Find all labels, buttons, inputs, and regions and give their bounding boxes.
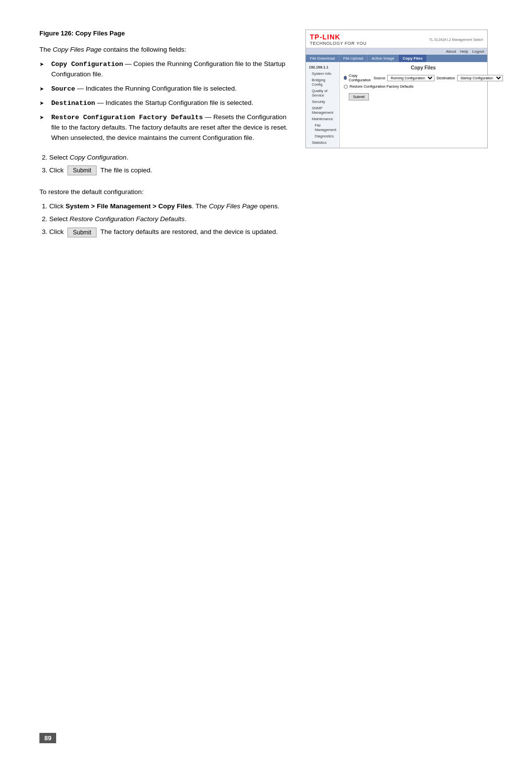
- copy-step-3: Click Submit The file is copied.: [49, 165, 291, 175]
- bullet-copy-config: Copy Configuration — Copies the Running …: [39, 59, 291, 80]
- tplink-topbar-links: About Help Logout: [446, 49, 484, 54]
- tplink-copy-config-label: Copy Configuration: [349, 73, 371, 82]
- copy-steps-list: Select Copy Configuration. Click Submit …: [49, 153, 291, 176]
- submit-button-copy[interactable]: Submit: [67, 165, 97, 175]
- bullet-list: Copy Configuration — Copies the Running …: [39, 59, 291, 143]
- intro-text: The Copy Files Page contains the followi…: [39, 46, 291, 53]
- submit-button-restore[interactable]: Submit: [67, 228, 97, 237]
- content-area: Figure 126: Copy Files Page The Copy Fil…: [39, 30, 493, 243]
- tplink-restore-label: Restore Configuration Factory Defaults: [350, 84, 414, 89]
- numbered-section-copy: Select Copy Configuration. Click Submit …: [39, 153, 291, 176]
- sidebar-item-maintenance[interactable]: Maintenance: [306, 116, 339, 122]
- tplink-screenshot: TP-LINKTECHNOLOGY FOR YOU TL-SL3428 L2 M…: [305, 30, 488, 148]
- tplink-tagline: TECHNOLOGY FOR YOU: [310, 41, 366, 46]
- bullet-source: Source — Indicates the Running Configura…: [39, 84, 291, 94]
- sidebar-item-system-info[interactable]: System Info: [306, 70, 339, 77]
- page-container: Figure 126: Copy Files Page The Copy Fil…: [0, 0, 532, 758]
- sidebar-item-statistics[interactable]: Statistics: [306, 139, 339, 146]
- tplink-source-select[interactable]: Running Configuration: [387, 75, 434, 81]
- tplink-submit-btn[interactable]: Submit: [349, 93, 369, 100]
- restore-steps-list: Click System > File Management > Copy Fi…: [49, 201, 291, 237]
- tplink-nav-file-download[interactable]: File Download: [306, 55, 339, 62]
- bullet-label-3: Destination: [51, 99, 95, 107]
- restore-step-3: Click Submit The factory defaults are re…: [49, 227, 291, 237]
- tplink-section-title: Copy Files: [344, 65, 503, 70]
- text-content: Figure 126: Copy Files Page The Copy Fil…: [39, 30, 291, 243]
- tplink-submit-area: Submit: [344, 91, 503, 100]
- restore-intro: To restore the default configuration:: [39, 187, 291, 197]
- tplink-restore-row: Restore Configuration Factory Defaults: [344, 84, 503, 89]
- tplink-nav-file-upload[interactable]: File Upload: [339, 55, 367, 62]
- tplink-logo: TP-LINKTECHNOLOGY FOR YOU: [310, 33, 366, 46]
- tplink-logo-area: TP-LINKTECHNOLOGY FOR YOU: [310, 33, 366, 46]
- numbered-section-restore: To restore the default configuration: Cl…: [39, 187, 291, 237]
- tplink-about-link[interactable]: About: [446, 49, 456, 54]
- bullet-label-2: Source: [51, 85, 75, 93]
- tplink-header: TP-LINKTECHNOLOGY FOR YOU TL-SL3428 L2 M…: [306, 30, 487, 48]
- tplink-destination-label: Destination: [436, 76, 455, 80]
- figure-title: Figure 126: Copy Files Page: [39, 30, 291, 37]
- tplink-main: Copy Files Copy Configuration Source Run…: [340, 62, 507, 148]
- tplink-destination-select[interactable]: Startup Configuration: [457, 75, 503, 81]
- sidebar-item-diagnostics[interactable]: Diagnostics: [306, 133, 339, 139]
- tplink-sidebar: 192.168.1.1 System Info Bridging Config …: [306, 62, 340, 148]
- restore-step-2: Select Restore Configuration Factory Def…: [49, 214, 291, 224]
- screenshot-area: TP-LINKTECHNOLOGY FOR YOU TL-SL3428 L2 M…: [305, 30, 493, 243]
- sidebar-item-security[interactable]: Security: [306, 99, 339, 105]
- tplink-copy-config-radio[interactable]: [344, 76, 347, 80]
- tplink-device-name: TL-SL3428 L2 Management Switch: [429, 38, 483, 41]
- tplink-topbar: About Help Logout: [306, 48, 487, 55]
- bullet-label-4: Restore Configuration Factory Defaults: [51, 114, 203, 121]
- sidebar-item-ip[interactable]: 192.168.1.1: [306, 64, 339, 70]
- bullet-desc-3: — Indicates the Startup Configuration fi…: [97, 99, 253, 106]
- sidebar-item-snmp[interactable]: SNMP Management: [306, 105, 339, 116]
- tplink-restore-radio[interactable]: [344, 85, 348, 89]
- tplink-nav-copy-files[interactable]: Copy Files: [399, 55, 427, 62]
- bullet-desc-2: — Indicates the Running Configuration fi…: [77, 85, 236, 92]
- restore-step-1: Click System > File Management > Copy Fi…: [49, 201, 291, 211]
- page-number: 89: [39, 733, 56, 743]
- bullet-label-1: Copy Configuration: [51, 61, 123, 68]
- sidebar-item-qos[interactable]: Quality of Service: [306, 88, 339, 99]
- tplink-nav-active-image[interactable]: Active Image: [367, 55, 399, 62]
- tplink-copy-config-row: Copy Configuration Source Running Config…: [344, 73, 503, 82]
- tplink-body: 192.168.1.1 System Info Bridging Config …: [306, 62, 487, 148]
- tplink-logout-link[interactable]: Logout: [472, 49, 484, 54]
- tplink-nav: File Download File Upload Active Image C…: [306, 55, 487, 62]
- tplink-source-label: Source: [373, 76, 385, 80]
- bullet-destination: Destination — Indicates the Startup Conf…: [39, 98, 291, 108]
- copy-step-2: Select Copy Configuration.: [49, 153, 291, 163]
- sidebar-item-file-mgmt[interactable]: File Management: [306, 122, 339, 133]
- sidebar-item-bridging[interactable]: Bridging Config: [306, 77, 339, 88]
- tplink-help-link[interactable]: Help: [460, 49, 468, 54]
- bullet-restore: Restore Configuration Factory Defaults —…: [39, 112, 291, 143]
